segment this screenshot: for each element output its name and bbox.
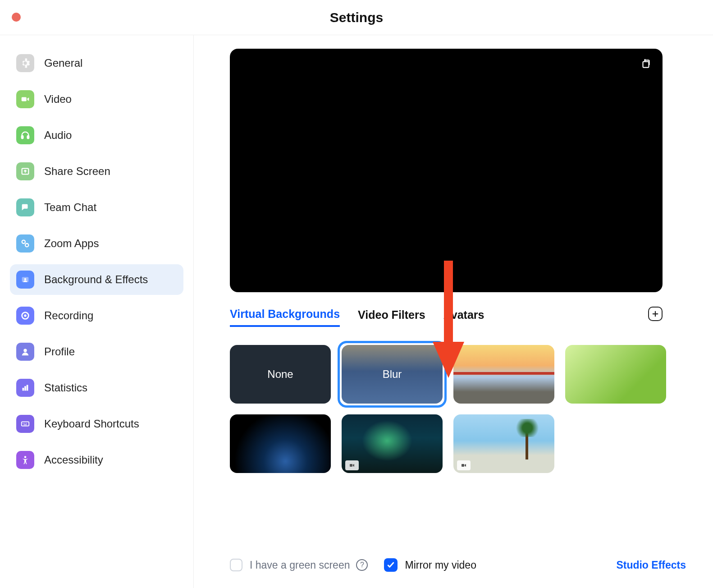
svg-point-4 [22, 240, 25, 243]
headphones-icon [16, 126, 34, 144]
green-screen-help-icon[interactable]: ? [356, 559, 368, 571]
sidebar-item-keyboard-shortcuts[interactable]: Keyboard Shortcuts [10, 409, 183, 439]
tab-video-filters[interactable]: Video Filters [358, 308, 425, 326]
background-option-golden-gate[interactable] [453, 345, 554, 404]
sidebar-item-team-chat[interactable]: Team Chat [10, 192, 183, 223]
sidebar-item-label: General [44, 57, 82, 69]
sidebar-item-label: Share Screen [44, 165, 110, 178]
sidebar-item-accessibility[interactable]: Accessibility [10, 445, 183, 475]
sidebar-item-label: Accessibility [44, 454, 103, 466]
sidebar-item-label: Team Chat [44, 201, 96, 214]
apps-icon [16, 234, 34, 253]
svg-point-15 [23, 423, 24, 424]
recording-icon [16, 307, 34, 325]
background-option-beach[interactable] [453, 414, 554, 473]
sidebar-item-label: Zoom Apps [44, 237, 99, 250]
background-grid: None Blur [230, 345, 690, 473]
sidebar-item-label: Background & Effects [44, 273, 148, 286]
sidebar-item-zoom-apps[interactable]: Zoom Apps [10, 228, 183, 259]
share-screen-icon [16, 162, 34, 180]
background-option-aurora[interactable] [342, 414, 443, 473]
svg-rect-14 [22, 422, 29, 426]
svg-rect-2 [27, 136, 29, 138]
window-body: General Video Audio Share Screen Team Ch… [0, 35, 713, 588]
background-option-grass[interactable] [565, 345, 666, 404]
svg-point-9 [24, 314, 27, 317]
background-label: None [267, 368, 293, 381]
green-screen-checkbox[interactable] [230, 559, 242, 571]
svg-point-16 [24, 423, 25, 424]
svg-point-17 [26, 423, 27, 424]
green-screen-label: I have a green screen [250, 559, 350, 571]
svg-point-19 [24, 456, 27, 458]
svg-rect-22 [462, 464, 464, 467]
tab-virtual-backgrounds[interactable]: Virtual Backgrounds [230, 308, 340, 327]
sidebar-item-label: Statistics [44, 381, 87, 394]
svg-rect-12 [24, 386, 26, 390]
sidebar-item-audio[interactable]: Audio [10, 120, 183, 151]
sidebar-item-label: Video [44, 93, 72, 106]
sidebar-item-label: Profile [44, 345, 75, 358]
background-option-earth[interactable] [230, 414, 331, 473]
main-panel: Virtual Backgrounds Video Filters Avatar… [194, 35, 713, 588]
palm-graphic [514, 419, 541, 459]
svg-point-5 [25, 243, 28, 247]
video-background-badge-icon [345, 460, 359, 470]
svg-point-7 [24, 278, 27, 280]
keyboard-icon [16, 415, 34, 433]
titlebar: Settings [0, 0, 713, 35]
sidebar: General Video Audio Share Screen Team Ch… [0, 35, 194, 588]
svg-rect-20 [643, 62, 649, 68]
sidebar-item-label: Keyboard Shortcuts [44, 418, 139, 430]
background-option-blur-selected[interactable]: Blur [338, 341, 447, 408]
bottom-options: I have a green screen ? Mirror my video … [230, 558, 686, 572]
mirror-video-checkbox[interactable] [384, 558, 398, 572]
sidebar-item-video[interactable]: Video [10, 84, 183, 115]
sidebar-item-label: Audio [44, 129, 72, 142]
statistics-icon [16, 379, 34, 397]
bridge-graphic [453, 372, 554, 375]
background-icon [16, 271, 34, 289]
video-preview [230, 49, 663, 292]
sidebar-item-general[interactable]: General [10, 48, 183, 78]
tab-avatars[interactable]: Avatars [443, 308, 484, 326]
video-camera-icon [16, 90, 34, 108]
window-title: Settings [330, 10, 383, 25]
rotate-preview-button[interactable] [638, 56, 654, 71]
sidebar-item-profile[interactable]: Profile [10, 336, 183, 367]
sidebar-item-statistics[interactable]: Statistics [10, 372, 183, 403]
sidebar-item-background-effects[interactable]: Background & Effects [10, 264, 183, 295]
accessibility-icon [16, 451, 34, 469]
gear-icon [16, 54, 34, 72]
svg-rect-1 [22, 136, 23, 138]
background-label: Blur [383, 368, 402, 381]
add-background-button[interactable] [648, 307, 663, 321]
background-tabs: Virtual Backgrounds Video Filters Avatar… [230, 308, 663, 327]
svg-rect-0 [22, 97, 27, 101]
studio-effects-link[interactable]: Studio Effects [616, 559, 686, 571]
svg-point-10 [23, 349, 27, 352]
sidebar-item-recording[interactable]: Recording [10, 300, 183, 331]
video-background-badge-icon [457, 460, 471, 470]
window-close-button[interactable] [12, 13, 21, 22]
chat-icon [16, 198, 34, 216]
svg-rect-21 [350, 464, 352, 467]
svg-rect-13 [27, 385, 28, 391]
sidebar-item-share-screen[interactable]: Share Screen [10, 156, 183, 187]
mirror-video-label: Mirror my video [405, 559, 476, 571]
background-option-none[interactable]: None [230, 345, 331, 404]
svg-rect-18 [23, 424, 27, 425]
svg-rect-11 [23, 388, 24, 390]
sidebar-item-label: Recording [44, 309, 93, 322]
profile-icon [16, 343, 34, 361]
